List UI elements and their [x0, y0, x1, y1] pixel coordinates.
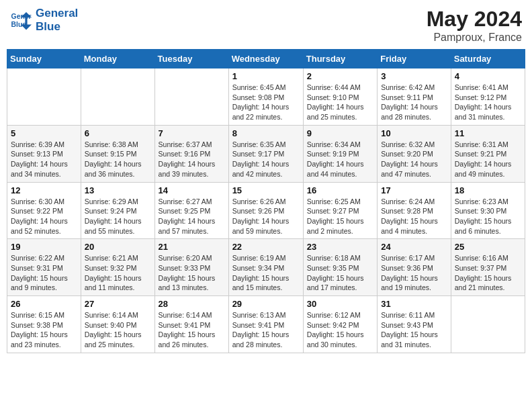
- day-info: Sunrise: 6:14 AM Sunset: 9:41 PM Dayligh…: [159, 310, 225, 350]
- day-cell-23: 23Sunrise: 6:18 AM Sunset: 9:35 PM Dayli…: [303, 239, 377, 296]
- day-info: Sunrise: 6:30 AM Sunset: 9:22 PM Dayligh…: [11, 197, 77, 236]
- day-info: Sunrise: 6:32 AM Sunset: 9:20 PM Dayligh…: [381, 140, 447, 179]
- day-info: Sunrise: 6:18 AM Sunset: 9:35 PM Dayligh…: [307, 253, 373, 293]
- day-number: 23: [307, 242, 373, 252]
- day-cell-8: 8Sunrise: 6:35 AM Sunset: 9:17 PM Daylig…: [228, 125, 303, 182]
- calendar-week-1: 5Sunrise: 6:39 AM Sunset: 9:13 PM Daylig…: [7, 125, 525, 182]
- day-info: Sunrise: 6:19 AM Sunset: 9:34 PM Dayligh…: [232, 253, 300, 293]
- day-cell-9: 9Sunrise: 6:34 AM Sunset: 9:19 PM Daylig…: [303, 125, 377, 182]
- logo: General Blue General Blue: [10, 7, 78, 34]
- day-cell-11: 11Sunrise: 6:31 AM Sunset: 9:21 PM Dayli…: [451, 125, 525, 182]
- calendar-week-4: 26Sunrise: 6:15 AM Sunset: 9:38 PM Dayli…: [7, 296, 525, 353]
- day-number: 10: [381, 128, 447, 138]
- calendar-table: SundayMondayTuesdayWednesdayThursdayFrid…: [7, 49, 525, 353]
- day-cell-19: 19Sunrise: 6:22 AM Sunset: 9:31 PM Dayli…: [7, 239, 81, 296]
- day-info: Sunrise: 6:13 AM Sunset: 9:41 PM Dayligh…: [232, 310, 300, 350]
- header-friday: Friday: [378, 50, 451, 68]
- logo-icon: General Blue: [10, 9, 32, 31]
- day-cell-27: 27Sunrise: 6:14 AM Sunset: 9:40 PM Dayli…: [81, 296, 154, 353]
- day-number: 8: [232, 128, 300, 138]
- day-cell-22: 22Sunrise: 6:19 AM Sunset: 9:34 PM Dayli…: [228, 239, 303, 296]
- day-cell-30: 30Sunrise: 6:12 AM Sunset: 9:42 PM Dayli…: [303, 296, 377, 353]
- day-number: 29: [232, 299, 300, 309]
- empty-cell: [451, 296, 525, 353]
- logo-text: General: [36, 7, 78, 20]
- day-cell-1: 1Sunrise: 6:45 AM Sunset: 9:08 PM Daylig…: [228, 68, 303, 126]
- day-info: Sunrise: 6:17 AM Sunset: 9:36 PM Dayligh…: [381, 253, 447, 293]
- calendar-week-2: 12Sunrise: 6:30 AM Sunset: 9:22 PM Dayli…: [7, 182, 525, 239]
- day-number: 19: [11, 242, 77, 252]
- empty-cell: [81, 68, 154, 126]
- day-number: 13: [85, 185, 151, 195]
- day-number: 2: [307, 71, 373, 81]
- day-number: 4: [455, 71, 521, 81]
- day-cell-12: 12Sunrise: 6:30 AM Sunset: 9:22 PM Dayli…: [7, 182, 81, 239]
- day-info: Sunrise: 6:24 AM Sunset: 9:28 PM Dayligh…: [381, 197, 447, 236]
- day-cell-18: 18Sunrise: 6:23 AM Sunset: 9:30 PM Dayli…: [451, 182, 525, 239]
- day-info: Sunrise: 6:11 AM Sunset: 9:43 PM Dayligh…: [381, 310, 447, 350]
- empty-cell: [154, 68, 228, 126]
- day-info: Sunrise: 6:22 AM Sunset: 9:31 PM Dayligh…: [11, 253, 77, 293]
- day-number: 3: [381, 71, 447, 81]
- day-cell-5: 5Sunrise: 6:39 AM Sunset: 9:13 PM Daylig…: [7, 125, 81, 182]
- day-cell-7: 7Sunrise: 6:37 AM Sunset: 9:16 PM Daylig…: [154, 125, 228, 182]
- day-number: 26: [11, 299, 77, 309]
- day-info: Sunrise: 6:37 AM Sunset: 9:16 PM Dayligh…: [159, 140, 225, 179]
- day-info: Sunrise: 6:12 AM Sunset: 9:42 PM Dayligh…: [307, 310, 373, 350]
- day-number: 20: [85, 242, 151, 252]
- day-number: 22: [232, 242, 300, 252]
- day-number: 9: [307, 128, 373, 138]
- day-number: 15: [232, 185, 300, 195]
- day-number: 21: [159, 242, 225, 252]
- day-number: 16: [307, 185, 373, 195]
- day-cell-4: 4Sunrise: 6:41 AM Sunset: 9:12 PM Daylig…: [451, 68, 525, 126]
- header-wednesday: Wednesday: [228, 50, 303, 68]
- calendar-header-row: SundayMondayTuesdayWednesdayThursdayFrid…: [7, 50, 525, 68]
- header-tuesday: Tuesday: [154, 50, 228, 68]
- day-number: 11: [455, 128, 521, 138]
- day-info: Sunrise: 6:35 AM Sunset: 9:17 PM Dayligh…: [232, 140, 300, 179]
- day-cell-17: 17Sunrise: 6:24 AM Sunset: 9:28 PM Dayli…: [378, 182, 451, 239]
- day-number: 7: [159, 128, 225, 138]
- page-header: General Blue General Blue May 2024 Pampr…: [7, 7, 525, 44]
- day-info: Sunrise: 6:16 AM Sunset: 9:37 PM Dayligh…: [455, 253, 521, 293]
- day-number: 12: [11, 185, 77, 195]
- day-info: Sunrise: 6:21 AM Sunset: 9:32 PM Dayligh…: [85, 253, 151, 293]
- day-info: Sunrise: 6:23 AM Sunset: 9:30 PM Dayligh…: [455, 197, 521, 236]
- day-cell-2: 2Sunrise: 6:44 AM Sunset: 9:10 PM Daylig…: [303, 68, 377, 126]
- day-info: Sunrise: 6:41 AM Sunset: 9:12 PM Dayligh…: [455, 83, 521, 122]
- day-cell-26: 26Sunrise: 6:15 AM Sunset: 9:38 PM Dayli…: [7, 296, 81, 353]
- header-monday: Monday: [81, 50, 154, 68]
- day-cell-31: 31Sunrise: 6:11 AM Sunset: 9:43 PM Dayli…: [378, 296, 451, 353]
- day-number: 14: [159, 185, 225, 195]
- day-cell-14: 14Sunrise: 6:27 AM Sunset: 9:25 PM Dayli…: [154, 182, 228, 239]
- day-cell-13: 13Sunrise: 6:29 AM Sunset: 9:24 PM Dayli…: [81, 182, 154, 239]
- day-cell-24: 24Sunrise: 6:17 AM Sunset: 9:36 PM Dayli…: [378, 239, 451, 296]
- day-number: 1: [232, 71, 300, 81]
- day-cell-3: 3Sunrise: 6:42 AM Sunset: 9:11 PM Daylig…: [378, 68, 451, 126]
- day-info: Sunrise: 6:29 AM Sunset: 9:24 PM Dayligh…: [85, 197, 151, 236]
- day-cell-25: 25Sunrise: 6:16 AM Sunset: 9:37 PM Dayli…: [451, 239, 525, 296]
- day-cell-16: 16Sunrise: 6:25 AM Sunset: 9:27 PM Dayli…: [303, 182, 377, 239]
- day-info: Sunrise: 6:45 AM Sunset: 9:08 PM Dayligh…: [232, 83, 300, 122]
- calendar-week-0: 1Sunrise: 6:45 AM Sunset: 9:08 PM Daylig…: [7, 68, 525, 126]
- header-thursday: Thursday: [303, 50, 377, 68]
- title-area: May 2024 Pamproux, France: [427, 7, 522, 44]
- day-cell-15: 15Sunrise: 6:26 AM Sunset: 9:26 PM Dayli…: [228, 182, 303, 239]
- calendar-week-3: 19Sunrise: 6:22 AM Sunset: 9:31 PM Dayli…: [7, 239, 525, 296]
- day-info: Sunrise: 6:39 AM Sunset: 9:13 PM Dayligh…: [11, 140, 77, 179]
- day-number: 5: [11, 128, 77, 138]
- day-info: Sunrise: 6:31 AM Sunset: 9:21 PM Dayligh…: [455, 140, 521, 179]
- location-title: Pamproux, France: [427, 32, 522, 44]
- day-number: 25: [455, 242, 521, 252]
- day-cell-6: 6Sunrise: 6:38 AM Sunset: 9:15 PM Daylig…: [81, 125, 154, 182]
- empty-cell: [7, 68, 81, 126]
- day-info: Sunrise: 6:26 AM Sunset: 9:26 PM Dayligh…: [232, 197, 300, 236]
- day-number: 6: [85, 128, 151, 138]
- month-title: May 2024: [427, 7, 522, 32]
- day-info: Sunrise: 6:44 AM Sunset: 9:10 PM Dayligh…: [307, 83, 373, 122]
- day-number: 17: [381, 185, 447, 195]
- day-number: 28: [159, 299, 225, 309]
- day-cell-28: 28Sunrise: 6:14 AM Sunset: 9:41 PM Dayli…: [154, 296, 228, 353]
- day-info: Sunrise: 6:25 AM Sunset: 9:27 PM Dayligh…: [307, 197, 373, 236]
